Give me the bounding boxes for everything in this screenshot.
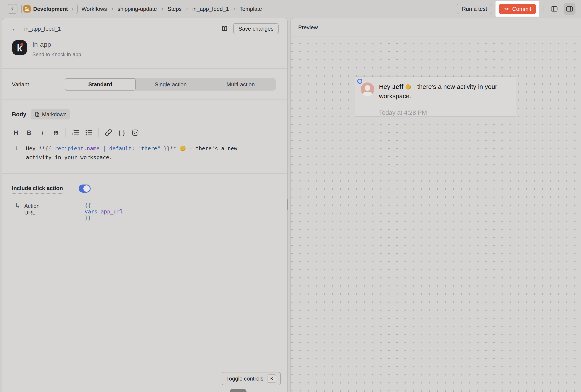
markdown-badge-label: Markdown bbox=[42, 111, 66, 118]
toggle-right-panel-button[interactable] bbox=[564, 3, 576, 15]
wave-emoji: 👋 bbox=[405, 84, 412, 90]
breadcrumb-workflow-name[interactable]: shipping-update bbox=[118, 6, 157, 12]
action-url-label: Action URL bbox=[24, 203, 40, 216]
commit-label: Commit bbox=[512, 6, 531, 12]
app-window: Development Workflows shipping-update St… bbox=[0, 0, 581, 392]
breadcrumb-steps[interactable]: Steps bbox=[168, 6, 182, 12]
toolbar-separator bbox=[66, 128, 66, 137]
save-changes-button[interactable]: Save changes bbox=[233, 23, 278, 34]
body-field-header: Body Markdown bbox=[12, 109, 70, 119]
code-block-button[interactable] bbox=[132, 128, 139, 137]
variant-label: Variant bbox=[12, 81, 29, 88]
breadcrumb: Workflows shipping-update Steps in_app_f… bbox=[82, 6, 262, 12]
markdown-format-badge: Markdown bbox=[31, 109, 70, 119]
variant-option-standard[interactable]: Standard bbox=[65, 78, 136, 90]
breadcrumb-separator-icon bbox=[110, 7, 114, 11]
environment-label: Development bbox=[33, 6, 68, 12]
notification-text-prefix: Hey bbox=[379, 83, 392, 90]
docs-book-icon[interactable] bbox=[221, 25, 228, 32]
preview-canvas: Hey Jeff 👋 - there's a new activity in y… bbox=[291, 37, 581, 392]
chevron-right-icon bbox=[70, 7, 75, 11]
link-icon bbox=[105, 129, 112, 136]
link-button[interactable] bbox=[105, 128, 112, 137]
preview-header: Preview bbox=[291, 18, 581, 37]
body-label: Body bbox=[12, 111, 26, 118]
run-a-test-button[interactable]: Run a test bbox=[457, 4, 492, 14]
section-divider bbox=[2, 173, 287, 174]
line-number: 1 bbox=[2, 144, 26, 162]
action-url-value[interactable]: {{ vars.app_url }} bbox=[85, 202, 123, 221]
back-to-step-button[interactable]: ← bbox=[11, 25, 19, 32]
commit-button[interactable]: Commit bbox=[499, 4, 536, 14]
toggle-left-panel-button[interactable] bbox=[548, 3, 560, 15]
toggle-knob bbox=[83, 185, 90, 192]
unordered-list-icon bbox=[85, 129, 93, 136]
include-click-action-toggle[interactable] bbox=[79, 185, 90, 193]
file-down-icon bbox=[34, 112, 40, 117]
code-block-icon bbox=[132, 129, 139, 136]
variant-option-multi-action[interactable]: Multi-action bbox=[206, 78, 276, 90]
breadcrumb-separator-icon bbox=[160, 7, 164, 11]
breadcrumb-workflows[interactable]: Workflows bbox=[82, 6, 107, 12]
unordered-list-button[interactable] bbox=[85, 128, 93, 137]
breadcrumb-separator-icon bbox=[232, 7, 236, 11]
blockquote-button[interactable]: ” bbox=[52, 128, 60, 137]
include-click-action-label: Include click action bbox=[12, 185, 63, 194]
avatar bbox=[361, 82, 374, 96]
toggle-controls-button[interactable]: Toggle controls K bbox=[222, 372, 281, 385]
notification-timestamp: Today at 4:28 PM bbox=[379, 109, 427, 116]
ordered-list-icon bbox=[72, 129, 79, 136]
channel-subtitle: Send to Knock in-app bbox=[32, 51, 81, 57]
environment-folder-icon bbox=[24, 5, 30, 12]
variant-option-single-action[interactable]: Single-action bbox=[136, 78, 206, 90]
toggle-controls-label: Toggle controls bbox=[226, 376, 264, 382]
channel-block: k In-app Send to Knock in-app bbox=[12, 40, 81, 57]
preview-title: Preview bbox=[298, 24, 318, 31]
include-click-action-row: Include click action bbox=[12, 185, 90, 194]
breadcrumb-template[interactable]: Template bbox=[240, 6, 262, 12]
unread-dot bbox=[357, 79, 362, 84]
corner-down-right-icon: ↳ bbox=[15, 202, 20, 209]
toolbar-separator bbox=[98, 128, 99, 137]
panel-right-icon bbox=[566, 5, 574, 13]
breadcrumb-step-name[interactable]: in_app_feed_1 bbox=[192, 6, 229, 12]
breadcrumb-separator-icon bbox=[185, 7, 189, 11]
knock-logo-dot bbox=[20, 43, 23, 46]
template-editor-panel: ← in_app_feed_1 Save changes k In-app Se… bbox=[2, 18, 288, 392]
body-code-editor[interactable]: 1 Hey **{{ recipient.name | default: "th… bbox=[2, 144, 287, 162]
code-line: 1 Hey **{{ recipient.name | default: "th… bbox=[2, 144, 287, 162]
heading-button[interactable]: H bbox=[12, 128, 20, 137]
step-name-label: in_app_feed_1 bbox=[24, 25, 61, 32]
code-content: Hey **{{ recipient.name | default: "ther… bbox=[26, 144, 254, 162]
topbar-actions: Run a test Commit bbox=[457, 1, 576, 16]
notification-recipient-name: Jeff bbox=[392, 83, 404, 90]
ordered-list-button[interactable] bbox=[72, 128, 79, 137]
section-divider bbox=[2, 99, 287, 99]
panel-left-icon bbox=[550, 5, 558, 13]
commit-highlight: Commit bbox=[496, 1, 539, 16]
preview-panel: Preview Hey Jeff 👋 - there's a new activ… bbox=[290, 18, 581, 392]
topbar-separator bbox=[544, 5, 544, 13]
notification-text: Hey Jeff 👋 - there's a new activity in y… bbox=[379, 82, 509, 101]
variable-braces-button[interactable]: { } bbox=[118, 128, 126, 137]
git-commit-icon bbox=[504, 6, 510, 12]
topbar: Development Workflows shipping-update St… bbox=[0, 0, 581, 18]
section-divider bbox=[2, 68, 287, 69]
keyboard-shortcut-badge: K bbox=[268, 374, 276, 383]
back-button[interactable] bbox=[8, 4, 18, 14]
channel-title: In-app bbox=[32, 41, 81, 48]
notification-card: Hey Jeff 👋 - there's a new activity in y… bbox=[355, 76, 516, 117]
environment-selector[interactable]: Development bbox=[21, 3, 78, 14]
italic-button[interactable]: I bbox=[39, 128, 46, 137]
variant-segmented-control: Standard Single-action Multi-action bbox=[65, 78, 276, 90]
editor-toolbar: H B I ” { } bbox=[12, 127, 139, 138]
variant-row: Variant Standard Single-action Multi-act… bbox=[12, 78, 276, 90]
editor-scrollbar-thumb[interactable] bbox=[287, 199, 288, 210]
chevron-left-icon bbox=[10, 6, 15, 11]
editor-header: ← in_app_feed_1 Save changes bbox=[11, 22, 278, 36]
knock-logo: k bbox=[12, 40, 27, 55]
bottom-partial-element bbox=[230, 389, 246, 392]
bold-button[interactable]: B bbox=[25, 128, 33, 137]
